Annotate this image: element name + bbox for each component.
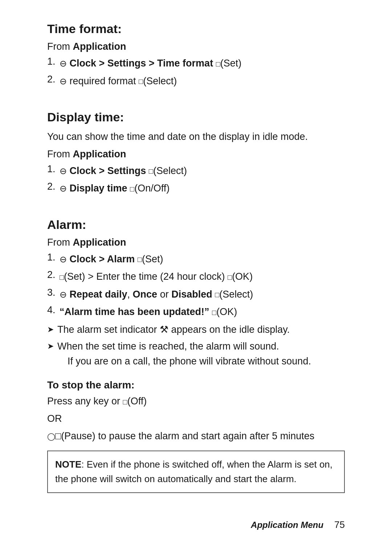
note-text: : Even if the phone is switched off, whe… <box>55 459 332 484</box>
softkey-icon: □ <box>139 76 143 87</box>
display-time-step-1: 1. ⊖ Clock > Settings □(Select) <box>47 164 345 178</box>
display-time-step-2: 2. ⊖ Display time □(On/Off) <box>47 181 345 196</box>
note-box: NOTE: Even if the phone is switched off,… <box>47 451 345 493</box>
display-time-section: Display time: You can show the time and … <box>47 110 345 196</box>
alarm-section: Alarm: From Application 1. ⊖ Clock > Ala… <box>47 218 345 493</box>
menu-icon: ⊖ <box>60 75 67 88</box>
time-format-title: Time format: <box>47 22 345 36</box>
display-time-steps: 1. ⊖ Clock > Settings □(Select) 2. ⊖ Dis… <box>47 164 345 196</box>
time-format-step-2: 2. ⊖ required format □(Select) <box>47 74 345 89</box>
softkey-icon: □ <box>212 307 216 318</box>
page-number: 75 <box>334 519 345 530</box>
display-time-from-app: From Application <box>47 149 345 160</box>
pause-icon: ◯ <box>47 431 55 442</box>
menu-icon: ⊖ <box>60 288 67 301</box>
arrow-icon: ➤ <box>47 340 55 352</box>
pause-text: ◯□(Pause) to pause the alarm and start a… <box>47 429 345 444</box>
alarm-note-1: ➤ The alarm set indicator ⚒ appears on t… <box>47 322 345 337</box>
time-format-step-1: 1. ⊖ Clock > Settings > Time format □(Se… <box>47 56 345 71</box>
softkey-icon: □ <box>216 58 220 69</box>
stop-alarm-heading: To stop the alarm: <box>47 379 345 391</box>
softkey-icon: □ <box>138 254 142 265</box>
alarm-step-4: 4. “Alarm time has been updated!” □(OK) <box>47 304 345 319</box>
page-footer: Application Menu 75 <box>251 519 345 530</box>
alarm-step-3: 3. ⊖ Repeat daily, Once or Disabled □(Se… <box>47 287 345 302</box>
alarm-arrow-list: ➤ The alarm set indicator ⚒ appears on t… <box>47 322 345 369</box>
softkey-icon: □ <box>123 396 127 407</box>
time-format-section: Time format: From Application 1. ⊖ Clock… <box>47 22 345 88</box>
footer-label: Application Menu <box>251 520 323 530</box>
display-time-title: Display time: <box>47 110 345 124</box>
time-format-steps: 1. ⊖ Clock > Settings > Time format □(Se… <box>47 56 345 88</box>
arrow-icon: ➤ <box>47 323 55 335</box>
display-time-description: You can show the time and date on the di… <box>47 129 345 144</box>
softkey-icon: □ <box>130 183 134 194</box>
menu-icon: ⊖ <box>60 182 67 195</box>
page-content: Time format: From Application 1. ⊖ Clock… <box>0 0 392 537</box>
alarm-steps: 1. ⊖ Clock > Alarm □(Set) 2. □(Set) > En… <box>47 252 345 319</box>
menu-icon: ⊖ <box>60 57 67 70</box>
softkey-icon: □ <box>60 272 64 283</box>
softkey-icon: □ <box>215 289 219 300</box>
stop-alarm-text: Press any key or □(Off) <box>47 394 345 409</box>
alarm-step-2: 2. □(Set) > Enter the time (24 hour cloc… <box>47 269 345 284</box>
note-label: NOTE <box>55 459 81 470</box>
menu-icon: ⊖ <box>60 253 67 266</box>
alarm-title: Alarm: <box>47 218 345 232</box>
alarm-note-2: ➤ When the set time is reached, the alar… <box>47 339 345 368</box>
time-format-from-app: From Application <box>47 41 345 52</box>
softkey-icon: □ <box>228 272 232 283</box>
menu-icon: ⊖ <box>60 165 67 178</box>
alarm-from-app: From Application <box>47 237 345 248</box>
alarm-step-1: 1. ⊖ Clock > Alarm □(Set) <box>47 252 345 267</box>
or-separator: OR <box>47 413 345 424</box>
softkey-icon: □ <box>149 166 153 177</box>
